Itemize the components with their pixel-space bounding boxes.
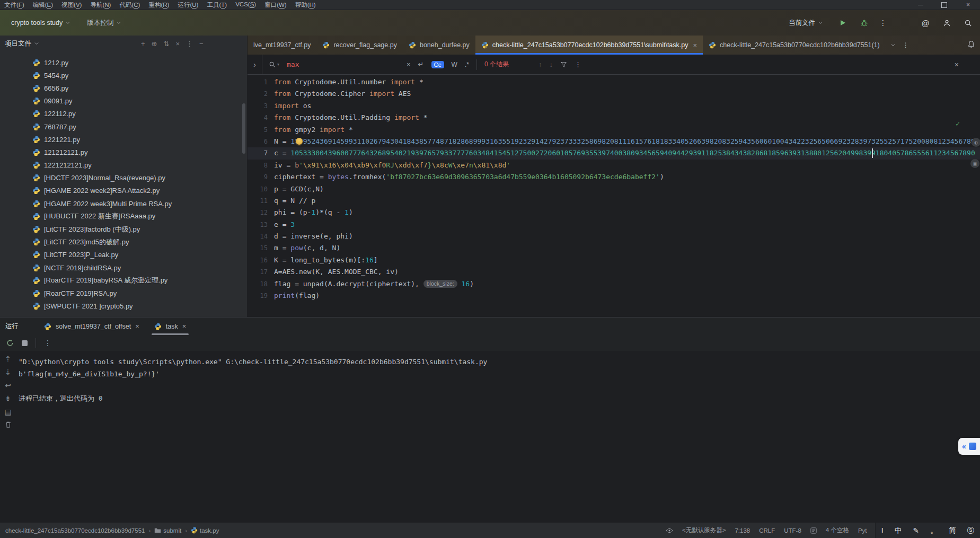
tree-file-item[interactable]: [LitCTF 2023]md5的破解.py [0, 236, 247, 249]
intention-bulb-icon[interactable] [296, 138, 303, 145]
code-line[interactable]: 8iv = b'\x91\x16\x04\xb9\xf0RJ\xdd\xf7}\… [248, 160, 980, 171]
minimize-button[interactable] [908, 0, 932, 10]
ime-item[interactable]: ✎ [913, 526, 919, 535]
up-stack-icon[interactable]: ⇡ [5, 355, 11, 363]
menu-item[interactable]: 运行(U) [173, 1, 202, 9]
menu-item[interactable]: 工具(T) [202, 1, 231, 9]
search-input[interactable]: max [287, 60, 299, 68]
run-tab[interactable]: task× [147, 317, 194, 335]
newline-icon[interactable]: ↵ [418, 60, 424, 68]
previous-occurrence-icon[interactable]: ↑ [538, 60, 542, 68]
tree-file-item[interactable]: 1212.py [0, 56, 247, 69]
inspections-ok-icon[interactable]: ✓ [956, 119, 960, 128]
code-line[interactable]: 6N = 18795243691459931102679430418438577… [248, 136, 980, 147]
run-options-icon[interactable]: ⋮ [44, 339, 51, 347]
clear-all-icon[interactable] [5, 421, 12, 428]
project-panel-header[interactable]: 项目文件 + ⊕ ⇅ × ⋮ − [0, 36, 247, 51]
ime-item[interactable]: I [881, 526, 884, 534]
panel-options-icon[interactable]: ⋮ [186, 40, 193, 48]
interpreter-widget[interactable]: Pyt [858, 527, 867, 534]
vcs-widget[interactable]: 版本控制 [82, 16, 126, 30]
code-line[interactable]: 12phi = (p-1)*(q - 1) [248, 207, 980, 218]
more-run-options-button[interactable]: ⋮ [879, 19, 887, 27]
code-line[interactable]: 11q = N // p [248, 195, 980, 207]
ime-item[interactable]: ⓢ [967, 526, 975, 535]
ime-item[interactable]: 简 [949, 526, 956, 535]
code-line[interactable]: 15m = pow(c, d, N) [248, 242, 980, 254]
menu-item[interactable]: 代码(C) [115, 1, 144, 9]
tree-file-item[interactable]: 1221212121.py [0, 159, 247, 172]
run-button[interactable] [837, 17, 849, 29]
tree-file-item[interactable]: [HUBUCTF 2022 新生赛]RSAaaa.py [0, 210, 247, 223]
project-tree-scrollbar[interactable] [242, 103, 245, 154]
code-line[interactable]: 5from gmpy2 import * [248, 124, 980, 136]
tree-file-item[interactable]: [HDCTF 2023]Normal_Rsa(revenge).py [0, 172, 247, 184]
right-stripe-icon[interactable]: ▣ [970, 159, 979, 168]
code-line[interactable]: 1from Cryptodome.Util.number import * [248, 76, 980, 88]
code-line[interactable]: 2from Cryptodome.Cipher import AES [248, 88, 980, 100]
tree-file-item[interactable]: [HGAME 2022 week2]RSA Attack2.py [0, 184, 247, 197]
tree-file-item[interactable]: [HGAME 2022 week3]Multi Prime RSA.py [0, 197, 247, 210]
menu-item[interactable]: 编辑(E) [29, 1, 57, 9]
scroll-to-end-icon[interactable]: ⇟ [5, 394, 11, 403]
floating-collapsed-widget[interactable]: « [958, 438, 980, 455]
code-line[interactable]: 19print(flag) [248, 290, 980, 302]
stop-icon[interactable] [22, 340, 28, 346]
tree-file-item[interactable]: 09091.py [0, 95, 247, 108]
code-line[interactable]: 13e = 3 [248, 219, 980, 231]
right-stripe-icon[interactable]: ◐ [972, 138, 980, 147]
tree-file-item[interactable]: [RoarCTF 2019]babyRSA 威尔逊定理.py [0, 274, 247, 287]
code-line[interactable]: 16K = long_to_bytes(m)[:16] [248, 254, 980, 266]
indent-style-icon[interactable] [810, 527, 817, 534]
tree-file-item[interactable]: [NCTF 2019]childRSA.py [0, 261, 247, 274]
maximize-button[interactable] [932, 0, 956, 10]
next-occurrence-icon[interactable]: ↓ [549, 60, 553, 68]
indent-widget[interactable]: 4 个空格 [826, 526, 849, 534]
down-stack-icon[interactable]: ⇣ [5, 368, 11, 376]
tree-file-item[interactable]: [LitCTF 2023]factordb (中级).py [0, 223, 247, 235]
code-line[interactable]: 17A=AES.new(K, AES.MODE_CBC, iv) [248, 266, 980, 278]
close-run-tab-icon[interactable]: × [135, 322, 139, 330]
clear-search-icon[interactable]: × [407, 60, 411, 68]
encoding-widget[interactable]: UTF-8 [784, 527, 801, 534]
editor-tab[interactable]: check-little_247c15a53b0770ecdc102b6bb39… [703, 36, 886, 55]
tree-file-item[interactable]: 1221221.py [0, 133, 247, 146]
locate-file-icon[interactable]: ⊕ [152, 40, 157, 48]
close-tab-icon[interactable]: × [693, 41, 698, 49]
code-with-me-button[interactable]: @ [920, 17, 931, 29]
breadcrumb-item[interactable]: submit [154, 527, 181, 534]
tree-file-item[interactable]: [SWPUCTF 2021 ]crypto5.py [0, 300, 247, 313]
editor-tab[interactable]: lve_mt19937_ctf.py [248, 36, 316, 55]
close-button[interactable]: × [956, 0, 980, 10]
ime-item[interactable]: 中 [895, 526, 902, 535]
code-line[interactable]: 3import os [248, 100, 980, 112]
menu-item[interactable]: 导航(N) [86, 1, 115, 9]
line-ending-widget[interactable]: CRLF [759, 527, 775, 534]
soft-wrap-icon[interactable]: ↩ [5, 381, 11, 390]
debug-button[interactable] [858, 17, 870, 29]
code-line[interactable]: 14d = inverse(e, phi) [248, 231, 980, 242]
menu-item[interactable]: 帮助(H) [291, 1, 320, 9]
caret-position-widget[interactable]: 7:138 [735, 527, 750, 534]
menu-item[interactable]: 重构(R) [144, 1, 173, 9]
breadcrumb-item[interactable]: task.py [191, 527, 219, 534]
breadcrumb-item[interactable]: check-little_247c15a53b0770ecdc102b6bb39… [5, 527, 145, 534]
menu-item[interactable]: 视图(V) [57, 1, 86, 9]
rerun-icon[interactable] [6, 339, 14, 347]
print-icon[interactable]: ▤ [4, 408, 11, 416]
run-config-selector[interactable]: 当前文件 [784, 16, 827, 30]
close-run-tab-icon[interactable]: × [182, 322, 187, 330]
expand-search-icon[interactable]: › [248, 60, 262, 69]
code-line[interactable]: 9ciphertext = bytes.fromhex('bf87027bc63… [248, 171, 980, 183]
code-editor[interactable]: 1from Cryptodome.Util.number import *2fr… [248, 75, 980, 299]
editor-tab[interactable]: check-little_247c15a53b0770ecdc102b6bb39… [475, 36, 703, 55]
search-field-icon[interactable]: ▾ [269, 61, 279, 68]
console-output[interactable]: "D:\python\crypto tools study\Scripts\py… [19, 356, 975, 404]
project-selector[interactable]: crypto tools study [6, 16, 75, 29]
tree-file-item[interactable]: 122112.py [0, 108, 247, 120]
tree-file-item[interactable]: [RoarCTF 2019]RSA.py [0, 287, 247, 299]
search-everywhere-button[interactable] [962, 17, 974, 29]
default-server-widget[interactable]: <无默认服务器> [682, 526, 726, 534]
code-line[interactable]: 4from Cryptodome.Util.Padding import * [248, 112, 980, 124]
regex-toggle[interactable]: .* [465, 61, 469, 68]
